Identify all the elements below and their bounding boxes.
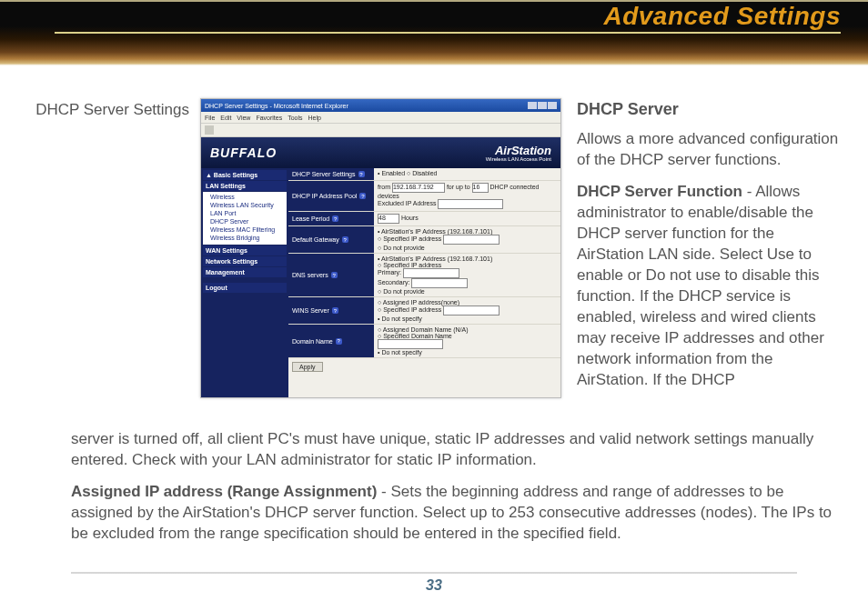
help-icon[interactable]: ? — [332, 307, 338, 314]
menu-favorites[interactable]: Favorites — [256, 115, 282, 121]
row-gateway-value[interactable]: • AirStation's IP Address (192.168.7.101… — [374, 226, 560, 253]
excluded-ip-input[interactable] — [438, 199, 503, 209]
row-wins-label: WINS Server? — [288, 297, 374, 324]
close-icon[interactable] — [548, 102, 557, 109]
row-wins-value[interactable]: ○ Assigned IP address(none) ○ Specified … — [374, 297, 560, 324]
help-icon[interactable]: ? — [342, 236, 348, 243]
page-title: Advanced Settings — [0, 2, 841, 31]
header-band: Advanced Settings — [0, 0, 868, 65]
row-lease-label: Lease Period? — [288, 212, 374, 225]
sidebar-mgmt-header[interactable]: Management — [203, 267, 287, 277]
paragraph-intro: Allows a more advanced con­figuration of… — [577, 129, 843, 171]
sidebar-item-mac-filtering[interactable]: Wireless MAC Filtering — [203, 225, 287, 234]
dns-secondary-input[interactable] — [411, 278, 468, 288]
page-number: 33 — [0, 577, 868, 594]
menu-file[interactable]: File — [205, 115, 215, 121]
max-icon[interactable] — [538, 102, 547, 109]
sidebar-logout[interactable]: Logout — [203, 283, 287, 293]
menu-help[interactable]: Help — [308, 115, 321, 121]
footer-rule — [71, 572, 797, 574]
product-sub: Wireless LAN Access Point — [486, 156, 551, 162]
sidebar-item-lan-port[interactable]: LAN Port — [203, 209, 287, 217]
sidebar-net-header[interactable]: Network Settings — [203, 256, 287, 266]
help-icon[interactable]: ? — [336, 338, 342, 345]
min-icon[interactable] — [528, 102, 537, 109]
row-dns-label: DNS servers? — [288, 254, 374, 296]
title-underline — [55, 32, 841, 34]
content-area: DHCP Server Settings DHCP Server Setting… — [0, 65, 868, 556]
window-title: DHCP Server Settings - Microsoft Interne… — [205, 103, 348, 109]
wins-ip-input[interactable] — [443, 306, 500, 316]
row-domain-value[interactable]: ○ Assigned Domain Name (N/A) ○ Specified… — [374, 325, 560, 357]
apply-row: Apply — [292, 362, 557, 372]
right-text: DHCP Server Allows a more advanced con­f… — [577, 98, 843, 402]
sidebar-basic[interactable]: ▲ Basic Settings — [203, 170, 287, 180]
sidebar-wan-header[interactable]: WAN Settings — [203, 245, 287, 255]
sidebar-item-wireless-bridging[interactable]: Wireless Bridging — [203, 234, 287, 242]
window-buttons[interactable] — [528, 102, 557, 109]
sidebar-lan-items: Wireless Wireless LAN Security LAN Port … — [203, 192, 287, 245]
help-icon[interactable]: ? — [332, 215, 338, 222]
help-icon[interactable]: ? — [331, 272, 338, 278]
sidebar-item-wireless[interactable]: Wireless — [203, 193, 287, 201]
row-gateway-label: Default Gateway? — [288, 226, 374, 253]
sidebar-lan-header[interactable]: LAN Settings — [203, 181, 287, 191]
menu-tools[interactable]: Tools — [288, 115, 302, 121]
sidebar-item-wlan-security[interactable]: Wireless LAN Security — [203, 201, 287, 209]
product-name: AirStation — [486, 145, 551, 156]
paragraph-range: Assigned IP address (Range Assignment) -… — [71, 482, 843, 545]
screenshot: DHCP Server Settings - Microsoft Interne… — [200, 98, 561, 398]
paragraph-fn-bottom: server is turned off, all client PC's mu… — [71, 429, 843, 471]
app-body: ▲ Basic Settings LAN Settings Wireless W… — [201, 168, 560, 398]
menu-edit[interactable]: Edit — [220, 115, 231, 121]
gateway-ip-input[interactable] — [443, 235, 500, 245]
row-lease-value: 48 Hours — [374, 212, 560, 225]
pool-from-input[interactable]: 192.168.7.192 — [392, 183, 445, 193]
row-dns-value[interactable]: • AirStation's IP Address (192.168.7.101… — [374, 254, 560, 296]
main-panel: DHCP Server Settings? • Enabled ○ Disabl… — [288, 168, 560, 398]
domain-input[interactable] — [378, 339, 443, 349]
paragraph-fn-top: DHCP Server Function - Al­lows administr… — [577, 182, 843, 390]
lease-input[interactable]: 48 — [378, 214, 399, 224]
menu-view[interactable]: View — [237, 115, 250, 121]
pool-count-input[interactable]: 16 — [472, 183, 489, 193]
help-icon[interactable]: ? — [359, 193, 366, 199]
row-pool-label: DHCP IP Address Pool? — [288, 181, 374, 211]
row-dhcp-fn-value[interactable]: • Enabled ○ Disabled — [374, 168, 560, 180]
dns-primary-input[interactable] — [403, 268, 459, 278]
footer: 33 — [0, 572, 868, 594]
row-domain-label: Domain Name? — [288, 325, 374, 357]
toolbar — [201, 124, 560, 137]
apply-button[interactable]: Apply — [292, 362, 323, 372]
menubar: File Edit View Favorites Tools Help — [201, 112, 560, 124]
toolbar-icon[interactable] — [205, 125, 214, 135]
sidebar-item-dhcp-server[interactable]: DHCP Server — [203, 217, 287, 225]
row-dhcp-fn-label: DHCP Server Settings? — [288, 168, 374, 180]
app-header: BUFFALO AirStation Wireless LAN Access P… — [201, 137, 560, 168]
window-titlebar: DHCP Server Settings - Microsoft Interne… — [201, 99, 560, 112]
row-pool-value: from 192.168.7.192 for up to 16 DHCP con… — [374, 181, 560, 211]
brand-logo: BUFFALO — [210, 145, 277, 160]
sidebar: ▲ Basic Settings LAN Settings Wireless W… — [201, 168, 288, 398]
product-block: AirStation Wireless LAN Access Point — [486, 145, 551, 162]
section-heading: DHCP Server — [577, 98, 843, 120]
lower-text: server is turned off, all client PC's mu… — [71, 429, 843, 556]
help-icon[interactable]: ? — [358, 171, 365, 177]
figure-caption: DHCP Server Settings — [25, 100, 189, 119]
